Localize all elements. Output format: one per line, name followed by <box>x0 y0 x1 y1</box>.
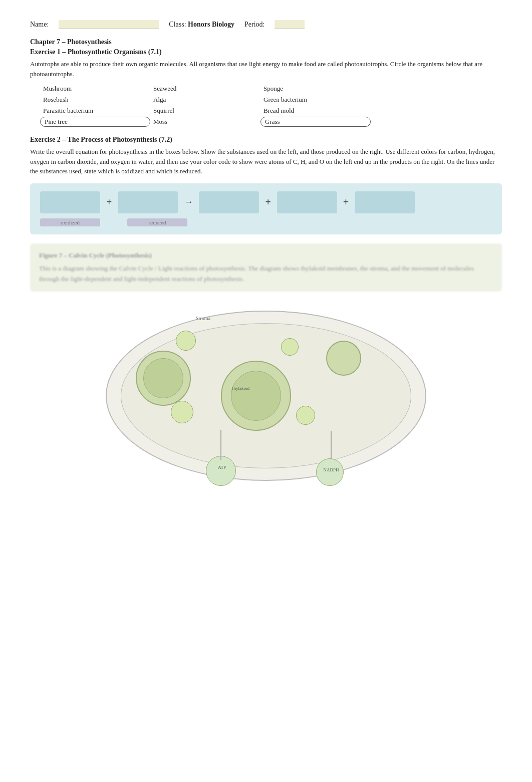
equation-area: + → + + oxidized reduced <box>30 183 502 234</box>
bottom-label-2: NADPH <box>320 467 342 472</box>
period-field[interactable] <box>275 20 305 29</box>
organism-parasitic-bacterium: Parasitic bacterium <box>40 106 150 116</box>
organism-alga: Alga <box>150 95 260 105</box>
molecule-circle-4 <box>296 406 315 425</box>
equation-box-1[interactable] <box>40 191 100 213</box>
chapter-title: Chapter 7 – Photosynthesis <box>30 38 502 46</box>
organism-moss: Moss <box>150 117 260 127</box>
organism-squirrel: Squirrel <box>150 106 260 116</box>
exercise2-title: Exercise 2 – The Process of Photosynthes… <box>30 136 502 144</box>
equation-row: + → + + <box>40 191 492 213</box>
equation-box-2[interactable] <box>118 191 178 213</box>
thylakoid-stack-3 <box>326 341 361 376</box>
connector-line-1 <box>220 430 221 460</box>
plus-operator-1: + <box>106 196 112 208</box>
organism-pine-tree: Pine tree <box>40 117 150 127</box>
exercise3-title: Figure 7 – Calvin Cycle (Photosynthesis) <box>39 250 493 261</box>
class-label: Class: Honors Biology <box>169 21 234 29</box>
exercise2-intro: Write the overall equation for photosynt… <box>30 147 502 176</box>
name-field[interactable] <box>59 20 159 29</box>
exercise1-intro: Autotrophs are able to produce their own… <box>30 59 502 79</box>
arrow-operator: → <box>184 197 193 207</box>
equation-box-5[interactable] <box>355 191 415 213</box>
exercise1-title: Exercise 1 – Photosynthetic Organisms (7… <box>30 48 502 56</box>
bottom-circle-1 <box>206 456 236 486</box>
stroma-label: Stroma <box>196 316 210 321</box>
plus-operator-2: + <box>265 196 271 208</box>
equation-labels-row: oxidized reduced <box>40 218 492 226</box>
organism-grass: Grass <box>260 117 371 127</box>
organisms-grid: Mushroom Seaweed Sponge Rosebush Alga Gr… <box>40 84 502 127</box>
thylakoid-label: Thylakoid <box>231 386 249 391</box>
bottom-label-1: ATP <box>210 465 234 470</box>
period-label: Period: <box>244 21 264 29</box>
equation-box-3[interactable] <box>199 191 259 213</box>
eq-sub-label-1: oxidized <box>40 218 100 226</box>
molecule-circle-3 <box>171 401 193 423</box>
organism-mushroom: Mushroom <box>40 84 150 94</box>
diagram-area: Stroma Thylakoid ATP NADPH <box>30 301 502 491</box>
chloroplast-diagram: Stroma Thylakoid ATP NADPH <box>96 301 436 491</box>
organism-sponge: Sponge <box>260 84 371 94</box>
connector-line-2 <box>331 431 332 458</box>
name-label: Name: <box>30 21 49 29</box>
thylakoid-inner-1 <box>143 358 183 398</box>
organism-bread-mold: Bread mold <box>260 106 371 116</box>
page-remainder <box>30 491 502 691</box>
plus-operator-3: + <box>343 196 349 208</box>
organism-green-bacterium: Green bacterium <box>260 95 371 105</box>
exercise3-blurred: Figure 7 – Calvin Cycle (Photosynthesis)… <box>30 243 502 292</box>
molecule-circle-2 <box>281 338 299 356</box>
header: Name: Class: Honors Biology Period: <box>30 20 502 29</box>
equation-box-4[interactable] <box>277 191 337 213</box>
molecule-circle-1 <box>176 331 196 351</box>
eq-sub-label-2: reduced <box>127 218 187 226</box>
thylakoid-inner-2 <box>231 371 281 421</box>
organism-seaweed: Seaweed <box>150 84 260 94</box>
organism-rosebush: Rosebush <box>40 95 150 105</box>
exercise3-text: This is a diagram showing the Calvin Cyc… <box>39 264 493 285</box>
